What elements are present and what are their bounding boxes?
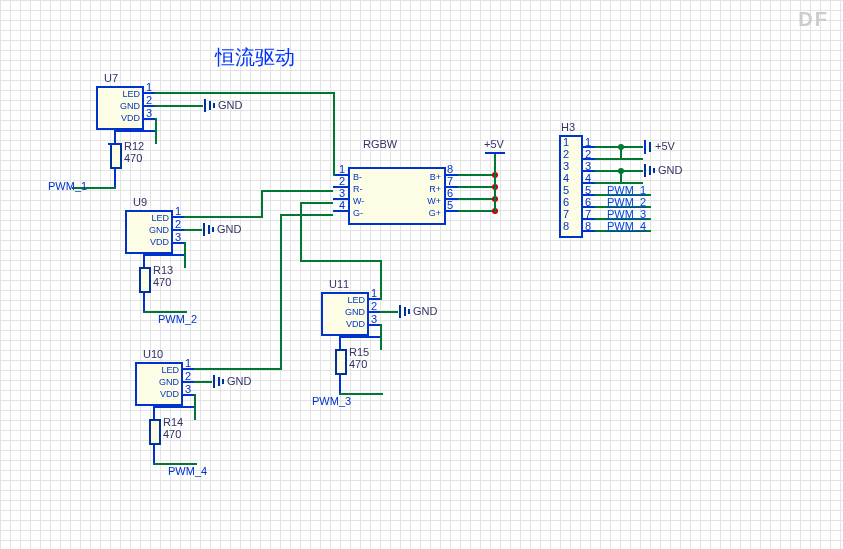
resistor-r12[interactable] xyxy=(110,143,122,169)
pin-rminus: R- xyxy=(353,184,363,194)
pin-gminus: G- xyxy=(353,208,363,218)
driver-u9[interactable]: LED GND VDD xyxy=(125,210,173,254)
gnd-label: GND xyxy=(218,99,242,111)
h3-net-pwm3: PWM_3 xyxy=(607,208,646,220)
designator-rgbw: RGBW xyxy=(363,138,397,150)
designator-u10: U10 xyxy=(143,348,163,360)
pin-label-led: LED xyxy=(161,365,179,375)
driver-u11[interactable]: LED GND VDD xyxy=(321,292,369,336)
pin-label-gnd: GND xyxy=(345,307,365,317)
value-r14: 470 xyxy=(163,428,181,440)
h3-num: 3 xyxy=(563,160,569,172)
power-5v: +5V xyxy=(484,138,504,150)
pin-label-vdd: VDD xyxy=(150,237,169,247)
pin-rplus: R+ xyxy=(429,184,441,194)
designator-u9: U9 xyxy=(133,196,147,208)
driver-u10[interactable]: LED GND VDD xyxy=(135,362,183,406)
designator-r12: R12 xyxy=(124,140,144,152)
driver-u7[interactable]: LED GND VDD xyxy=(96,86,144,130)
designator-u11: U11 xyxy=(329,278,349,290)
power-bar xyxy=(485,152,505,154)
gnd-label: GND xyxy=(413,305,437,317)
value-r12: 470 xyxy=(124,152,142,164)
designator-r14: R14 xyxy=(163,416,183,428)
resistor-r14[interactable] xyxy=(149,419,161,445)
pin-label-gnd: GND xyxy=(159,377,179,387)
pin-label-gnd: GND xyxy=(120,101,140,111)
pin-label-led: LED xyxy=(151,213,169,223)
gnd-label: GND xyxy=(217,223,241,235)
h3-num: 1 xyxy=(563,136,569,148)
h3-gnd: GND xyxy=(658,164,682,176)
pin-gplus: G+ xyxy=(429,208,441,218)
pin-label-vdd: VDD xyxy=(346,319,365,329)
h3-num: 7 xyxy=(563,208,569,220)
gnd-sym xyxy=(204,99,206,112)
watermark: DF xyxy=(798,8,829,31)
resistor-r15[interactable] xyxy=(335,349,347,375)
h3-num: 6 xyxy=(563,196,569,208)
designator-r13: R13 xyxy=(153,264,173,276)
pin-label-vdd: VDD xyxy=(160,389,179,399)
netlabel-pwm4: PWM_4 xyxy=(168,465,207,477)
netlabel-pwm2: PWM_2 xyxy=(158,313,197,325)
pin-bplus: B+ xyxy=(430,172,441,182)
h3-net-pwm1: PWM_1 xyxy=(607,184,646,196)
gnd-label: GND xyxy=(227,375,251,387)
pin-label-vdd: VDD xyxy=(121,113,140,123)
netlabel-pwm3: PWM_3 xyxy=(312,395,351,407)
designator-u7: U7 xyxy=(104,72,118,84)
resistor-r13[interactable] xyxy=(139,267,151,293)
h3-power-5v: +5V xyxy=(655,140,675,152)
h3-net-pwm2: PWM_2 xyxy=(607,196,646,208)
schematic-canvas: { "title": "恒流驱动", "watermark": "DF", "d… xyxy=(0,0,843,549)
pin-wplus: W+ xyxy=(427,196,441,206)
schematic-title: 恒流驱动 xyxy=(215,44,295,71)
pin-label-led: LED xyxy=(347,295,365,305)
netlabel-pwm1: PWM_1 xyxy=(48,180,87,192)
pin-label-led: LED xyxy=(122,89,140,99)
value-r13: 470 xyxy=(153,276,171,288)
rgbw-connector[interactable]: B- R- W- G- B+ R+ W+ G+ xyxy=(348,167,446,225)
pin-label-gnd: GND xyxy=(149,225,169,235)
designator-r15: R15 xyxy=(349,346,369,358)
h3-net-pwm4: PWM_4 xyxy=(607,220,646,232)
pin-wminus: W- xyxy=(353,196,364,206)
value-r15: 470 xyxy=(349,358,367,370)
pin-bminus: B- xyxy=(353,172,362,182)
h3-num: 2 xyxy=(563,148,569,160)
h3-num: 8 xyxy=(563,220,569,232)
designator-h3: H3 xyxy=(561,121,575,133)
h3-num: 5 xyxy=(563,184,569,196)
h3-num: 4 xyxy=(563,172,569,184)
